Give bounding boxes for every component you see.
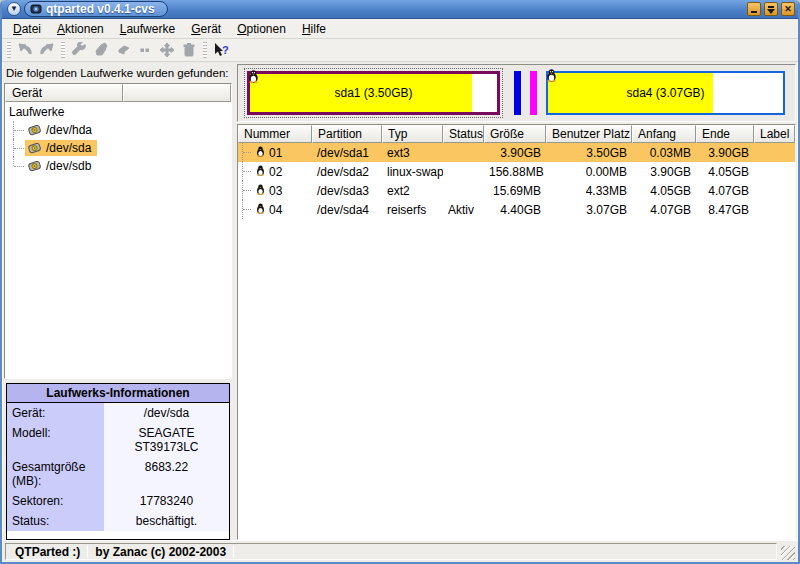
info-label-status: Status: xyxy=(7,511,104,531)
status-panel: QTParted :) by Zanac (c) 2002-2003 xyxy=(5,543,777,560)
info-value-status: beschäftigt. xyxy=(104,511,229,531)
system-menu-button[interactable]: ▼ xyxy=(7,2,21,16)
redo-button[interactable] xyxy=(36,40,58,60)
move-icon xyxy=(159,42,175,58)
tree-item-dev-sda[interactable]: /dev/sda xyxy=(7,139,231,157)
status-separator xyxy=(233,545,234,558)
column-header-groesse[interactable]: Größe xyxy=(484,125,546,143)
device-panel: Die folgenden Laufwerke wurden gefunden:… xyxy=(4,64,232,540)
property-button[interactable] xyxy=(68,40,90,60)
maximize-icon xyxy=(768,6,774,8)
toolbar-handle[interactable] xyxy=(61,42,65,58)
partition-preview: sda1 (3.50GB) sda4 (3.07GB) xyxy=(237,64,796,122)
column-header-ende[interactable]: Ende xyxy=(696,125,754,143)
partition-block-sda4-label: sda4 (3.07GB) xyxy=(548,73,783,113)
column-header-benutzer-platz[interactable]: Benutzer Platz xyxy=(546,125,632,143)
tree-item-label: /dev/sda xyxy=(46,141,91,155)
partition-block-sda1-label: sda1 (3.50GB) xyxy=(250,74,497,112)
hdd-icon xyxy=(27,160,42,173)
info-label-modell: Modell: xyxy=(7,423,104,457)
tux-icon xyxy=(248,70,259,86)
redo-icon xyxy=(39,42,55,58)
menu-datei[interactable]: Datei xyxy=(5,20,49,38)
bucket-icon xyxy=(93,42,109,58)
svg-text:?: ? xyxy=(222,44,229,56)
hdd-icon xyxy=(27,124,42,137)
wrench-icon xyxy=(71,42,87,58)
tux-icon xyxy=(256,146,265,160)
status-author-label: by Zanac (c) 2002-2003 xyxy=(90,545,231,559)
partition-panel: sda1 (3.50GB) sda4 (3.07GB) Num xyxy=(237,64,796,540)
devices-found-label: Die folgenden Laufwerke wurden gefunden: xyxy=(4,64,232,83)
partition-block-sda3[interactable] xyxy=(530,71,537,115)
partition-block-sda4[interactable]: sda4 (3.07GB) xyxy=(546,71,785,115)
info-label-geraet: Gerät: xyxy=(7,403,104,423)
table-row-sda4[interactable]: 04 /dev/sda4 reiserfs Aktiv 4.40GB 3.07G… xyxy=(238,200,795,219)
info-label-sektoren: Sektoren: xyxy=(7,491,104,511)
trash-icon xyxy=(181,42,197,58)
main-area: Die folgenden Laufwerke wurden gefunden:… xyxy=(2,62,798,540)
tree-root-laufwerke[interactable]: Laufwerke xyxy=(7,103,231,121)
partition-block-sda1[interactable]: sda1 (3.50GB) xyxy=(247,71,500,115)
toolbar-handle[interactable] xyxy=(203,42,207,58)
tux-icon xyxy=(256,203,265,217)
column-header-anfang[interactable]: Anfang xyxy=(632,125,696,143)
toolbar: ? xyxy=(2,39,798,62)
statusbar: QTParted :) by Zanac (c) 2002-2003 xyxy=(2,540,798,562)
column-header-label[interactable]: Label xyxy=(754,125,795,143)
tree-item-label: /dev/sdb xyxy=(46,159,91,173)
menu-optionen[interactable]: Optionen xyxy=(229,20,294,38)
partition-table-header: Nummer Partition Typ Status Größe Benutz… xyxy=(238,125,795,143)
menu-aktionen[interactable]: Aktionen xyxy=(49,20,112,38)
maximize-button[interactable] xyxy=(764,2,778,16)
drive-info-table: Gerät: /dev/sda Modell: SEAGATE ST39173L… xyxy=(7,403,229,539)
device-column-header[interactable]: Gerät xyxy=(5,84,123,102)
tux-icon xyxy=(256,184,265,198)
hdd-icon xyxy=(27,142,42,155)
device-tree-header: Gerät xyxy=(5,84,231,102)
menu-geraet[interactable]: Gerät xyxy=(183,20,229,38)
format-button[interactable] xyxy=(90,40,112,60)
column-header-partition[interactable]: Partition xyxy=(312,125,382,143)
table-row-sda3[interactable]: 03 /dev/sda3 ext2 15.69MB 4.33MB 4.05GB … xyxy=(238,181,795,200)
column-header-typ[interactable]: Typ xyxy=(382,125,443,143)
resize-button[interactable] xyxy=(134,40,156,60)
column-header-status[interactable]: Status xyxy=(443,125,484,143)
tux-icon xyxy=(546,69,557,85)
table-row-sda1[interactable]: 01 /dev/sda1 ext3 3.90GB 3.50GB 0.03MB 3… xyxy=(238,143,795,162)
menu-hilfe[interactable]: Hilfe xyxy=(294,20,334,38)
titlebar: ▼ qtparted v0.4.1-cvs ✕ xyxy=(2,0,798,19)
title-capsule: qtparted v0.4.1-cvs xyxy=(24,1,168,17)
eraser-icon xyxy=(115,42,131,58)
partition-block-sda2[interactable] xyxy=(514,71,521,115)
move-button[interactable] xyxy=(156,40,178,60)
info-value-sektoren: 17783240 xyxy=(104,491,229,511)
table-row-sda2[interactable]: 02 /dev/sda2 linux-swap 156.88MB 0.00MB … xyxy=(238,162,795,181)
device-tree-body: Laufwerke /dev/hda xyxy=(5,102,231,175)
info-value-modell: SEAGATE ST39173LC xyxy=(104,423,229,457)
whatsthis-icon: ? xyxy=(213,42,229,58)
app-icon xyxy=(30,3,42,15)
erase-button[interactable] xyxy=(112,40,134,60)
column-header-nummer[interactable]: Nummer xyxy=(238,125,312,143)
minimize-button[interactable] xyxy=(747,2,761,16)
close-button[interactable]: ✕ xyxy=(781,2,795,16)
device-tree: Gerät Laufwerke /dev/hda xyxy=(4,83,232,379)
undo-button[interactable] xyxy=(14,40,36,60)
undo-icon xyxy=(17,42,33,58)
status-app-label: QTParted :) xyxy=(10,545,85,559)
window-title: qtparted v0.4.1-cvs xyxy=(46,2,155,16)
delete-button[interactable] xyxy=(178,40,200,60)
resize-grip[interactable] xyxy=(781,546,795,560)
status-separator xyxy=(87,545,88,558)
minimize-icon xyxy=(751,11,757,13)
tree-item-label: /dev/hda xyxy=(46,123,92,137)
tree-item-dev-sdb[interactable]: /dev/sdb xyxy=(7,157,231,175)
whatsthis-button[interactable]: ? xyxy=(210,40,232,60)
partition-table: Nummer Partition Typ Status Größe Benutz… xyxy=(237,124,796,540)
menubar: Datei Aktionen Laufwerke Gerät Optionen … xyxy=(2,19,798,39)
tux-icon xyxy=(256,165,265,179)
tree-item-dev-hda[interactable]: /dev/hda xyxy=(7,121,231,139)
menu-laufwerke[interactable]: Laufwerke xyxy=(112,20,183,38)
toolbar-handle[interactable] xyxy=(7,42,11,58)
